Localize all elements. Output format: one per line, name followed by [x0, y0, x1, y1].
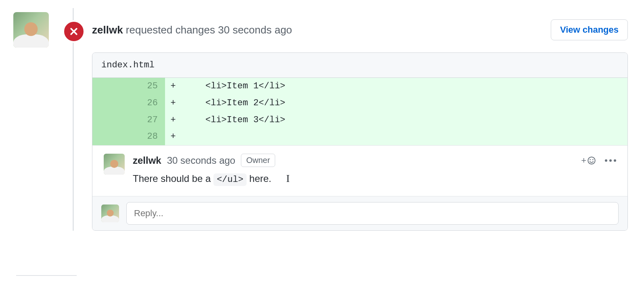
text-cursor-icon: I [286, 173, 290, 185]
diff-code: <li>Item 2</li> [181, 95, 627, 112]
review-comment-box: index.html 25+<li>Item 1</li>26+<li>Item… [92, 52, 628, 231]
diff-row: 26+<li>Item 2</li> [92, 95, 627, 112]
review-action: requested changes [126, 24, 215, 36]
diff-marker: + [165, 95, 181, 112]
line-number: 28 [92, 128, 165, 145]
comment-author[interactable]: zellwk [133, 155, 161, 166]
reviewer-avatar[interactable] [13, 12, 49, 48]
diff-row: 25+<li>Item 1</li> [92, 78, 627, 95]
svg-point-0 [588, 157, 595, 164]
review-comment: zellwk 30 seconds ago Owner + [92, 145, 627, 196]
diff-marker: + [165, 78, 181, 95]
diff-marker: + [165, 112, 181, 129]
svg-point-2 [592, 159, 594, 160]
line-number: 27 [92, 112, 165, 129]
diff-table: 25+<li>Item 1</li>26+<li>Item 2</li>27+<… [92, 78, 627, 145]
owner-badge: Owner [241, 154, 275, 167]
diff-row: 28+ [92, 128, 627, 145]
plus-icon: + [581, 155, 586, 166]
diff-code: <li>Item 3</li> [181, 112, 627, 129]
review-title: zellwk requested changes 30 seconds ago [92, 24, 292, 36]
svg-point-1 [590, 159, 591, 160]
comment-text-before: There should be a [133, 173, 213, 184]
line-number: 26 [92, 95, 165, 112]
comment-text-after: here. [247, 173, 271, 184]
divider [16, 275, 77, 276]
review-header: zellwk requested changes 30 seconds ago … [92, 12, 628, 48]
line-number: 25 [92, 78, 165, 95]
comment-time[interactable]: 30 seconds ago [167, 155, 235, 166]
add-reaction-button[interactable]: + [581, 155, 596, 166]
review-author[interactable]: zellwk [92, 24, 123, 36]
view-changes-button[interactable]: View changes [551, 19, 628, 40]
reply-avatar[interactable] [101, 205, 119, 222]
comment-menu-button[interactable] [605, 159, 616, 162]
diff-marker: + [165, 128, 181, 145]
diff-code: <li>Item 1</li> [181, 78, 627, 95]
diff-code [181, 128, 627, 145]
diff-row: 27+<li>Item 3</li> [92, 112, 627, 129]
smiley-icon [587, 156, 596, 165]
reply-input[interactable] [126, 202, 619, 225]
comment-code: </ul> [213, 173, 247, 186]
review-time: 30 seconds ago [218, 24, 292, 36]
changes-requested-icon [63, 20, 85, 43]
commenter-avatar[interactable] [104, 154, 125, 175]
file-name[interactable]: index.html [92, 53, 627, 78]
comment-text: There should be a </ul> here. I [133, 173, 616, 185]
reply-row [92, 196, 627, 230]
